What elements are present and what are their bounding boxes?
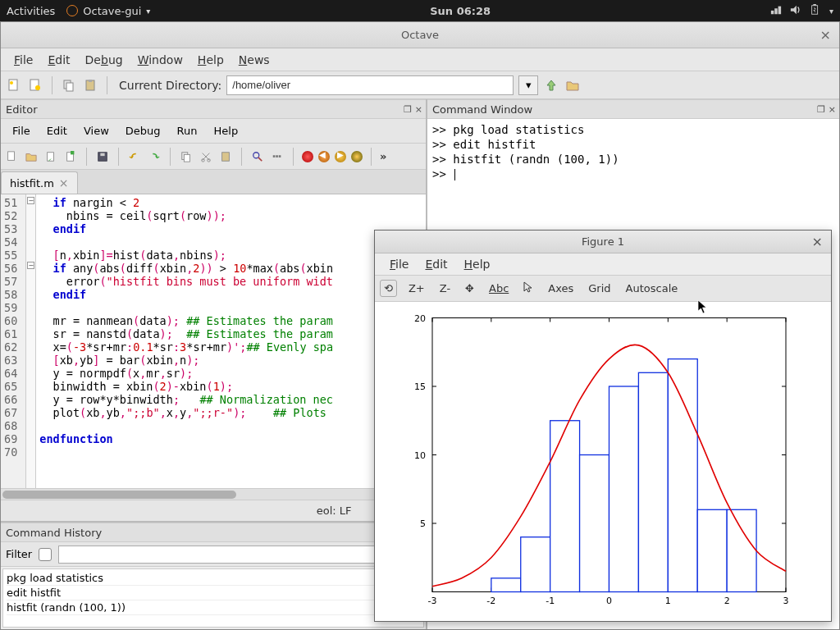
clock[interactable]: Sun 06:28 xyxy=(150,5,770,17)
app-menu[interactable]: Octave-gui ▾ xyxy=(66,5,150,17)
panel-close-icon[interactable]: × xyxy=(415,104,422,115)
panel-undock-icon[interactable]: ❐ xyxy=(404,104,412,115)
fold-box-51[interactable]: − xyxy=(27,197,34,204)
svg-rect-1 xyxy=(774,8,778,14)
line-gutter: 5152535455565758596061626364656667686970 xyxy=(1,194,26,488)
cut-icon[interactable] xyxy=(199,149,213,164)
axes-button[interactable]: Axes xyxy=(545,281,577,296)
copy2-icon[interactable] xyxy=(179,149,194,164)
rotate-icon[interactable]: ⟲ xyxy=(380,280,397,297)
figure-window[interactable]: Figure 1 × File Edit Help ⟲ Z+ Z- ✥ Abc … xyxy=(374,230,832,622)
menu-window[interactable]: Window xyxy=(131,50,189,70)
grid-button[interactable]: Grid xyxy=(585,281,614,296)
svg-text:-1: -1 xyxy=(546,596,555,606)
tab-close-icon[interactable]: × xyxy=(59,176,69,189)
current-dir-input[interactable] xyxy=(226,75,514,95)
edit-fn-icon[interactable] xyxy=(43,149,58,164)
editor-menu-help[interactable]: Help xyxy=(208,125,245,137)
octave-menubar: File Edit Debug Window Help News xyxy=(1,48,839,71)
new-func-icon[interactable] xyxy=(27,77,43,94)
browse-folder-icon[interactable] xyxy=(564,77,581,94)
octave-titlebar[interactable]: Octave × xyxy=(1,22,839,48)
open-file-icon[interactable] xyxy=(24,149,39,164)
history-list[interactable]: pkg load statistics edit histfit histfit… xyxy=(2,568,424,628)
editor-menu-run[interactable]: Run xyxy=(171,125,204,137)
close-icon[interactable]: × xyxy=(820,27,831,43)
zoom-out-button[interactable]: Z- xyxy=(436,281,454,296)
step-in-icon[interactable]: ▶ xyxy=(335,151,346,162)
new-script-icon[interactable] xyxy=(6,77,22,94)
redo-icon[interactable] xyxy=(147,149,162,164)
figure-title: Figure 1 xyxy=(582,235,624,248)
zoom-in-button[interactable]: Z+ xyxy=(405,281,428,296)
gnome-topbar: Activities Octave-gui ▾ Sun 06:28 ▾ xyxy=(0,0,840,21)
new-file-icon[interactable] xyxy=(4,149,19,164)
svg-rect-22 xyxy=(184,154,189,162)
dir-up-icon[interactable] xyxy=(543,77,559,94)
system-menu-icon[interactable]: ▾ xyxy=(829,7,833,16)
undo-icon[interactable] xyxy=(127,149,142,164)
editor-menu-view[interactable]: View xyxy=(77,125,116,137)
figure-close-icon[interactable]: × xyxy=(812,234,823,249)
breakpoint-icon[interactable] xyxy=(302,151,313,162)
volume-icon[interactable] xyxy=(790,4,801,18)
run-icon[interactable] xyxy=(270,149,285,164)
run-arrows-icon[interactable]: » xyxy=(380,150,386,162)
tab-histfit[interactable]: histfit.m × xyxy=(1,171,78,194)
menu-news[interactable]: News xyxy=(232,50,276,70)
figure-canvas[interactable]: 5101520-3-2-10123 xyxy=(375,302,831,621)
octave-toolbar: Current Directory: ▾ xyxy=(1,71,839,99)
svg-text:5: 5 xyxy=(420,518,426,529)
save-icon[interactable] xyxy=(95,149,110,164)
battery-icon[interactable] xyxy=(810,4,821,18)
text-tool-button[interactable]: Abc xyxy=(486,281,512,296)
menu-file[interactable]: File xyxy=(7,50,39,70)
network-icon[interactable] xyxy=(770,4,782,18)
svg-rect-25 xyxy=(222,152,230,161)
filter-checkbox[interactable] xyxy=(39,548,52,561)
cmdwin-title: Command Window ❐× xyxy=(427,99,839,119)
pan-icon[interactable]: ✥ xyxy=(462,281,477,296)
editor-menubar: File Edit View Debug Run Help xyxy=(1,119,426,144)
svg-rect-2 xyxy=(778,6,782,14)
code-text[interactable]: if nargin < 2 nbins = ceil(sqrt(row)); e… xyxy=(36,194,336,488)
copy-icon[interactable] xyxy=(61,77,77,94)
activities-button[interactable]: Activities xyxy=(7,5,55,17)
autoscale-button[interactable]: Autoscale xyxy=(623,281,682,296)
code-editor[interactable]: 5152535455565758596061626364656667686970… xyxy=(1,194,426,488)
paste2-icon[interactable] xyxy=(218,149,233,164)
history-item[interactable]: edit histfit xyxy=(7,586,420,600)
panel-close-icon[interactable]: × xyxy=(829,104,836,115)
figure-toolbar: ⟲ Z+ Z- ✥ Abc Axes Grid Autoscale xyxy=(375,276,831,302)
svg-rect-70 xyxy=(638,372,668,591)
fold-box-56[interactable]: − xyxy=(27,262,34,269)
menu-debug[interactable]: Debug xyxy=(79,50,130,70)
paste-icon[interactable] xyxy=(82,77,98,94)
edit-doc-icon[interactable] xyxy=(63,149,78,164)
editor-hscroll[interactable] xyxy=(1,488,426,500)
menu-help[interactable]: Help xyxy=(191,50,231,70)
editor-menu-edit[interactable]: Edit xyxy=(40,125,74,137)
svg-text:20: 20 xyxy=(414,313,426,324)
step-out-icon[interactable] xyxy=(351,151,363,162)
svg-rect-30 xyxy=(279,155,281,158)
step-icon[interactable]: ◀ xyxy=(318,151,330,162)
figure-titlebar[interactable]: Figure 1 × xyxy=(375,231,831,253)
fig-menu-file[interactable]: File xyxy=(383,256,415,272)
dir-dropdown-icon[interactable]: ▾ xyxy=(518,75,538,95)
editor-menu-file[interactable]: File xyxy=(6,125,37,137)
filter-input[interactable] xyxy=(58,546,421,564)
fig-menu-help[interactable]: Help xyxy=(458,256,497,272)
history-item[interactable]: pkg load statistics xyxy=(7,571,420,586)
history-item[interactable]: histfit (randn (100, 1)) xyxy=(7,600,420,615)
editor-menu-debug[interactable]: Debug xyxy=(119,125,167,137)
pointer-icon[interactable] xyxy=(520,280,536,297)
svg-text:15: 15 xyxy=(414,381,426,392)
editor-statusbar: eol: LF line: 49 xyxy=(1,500,426,521)
fig-menu-edit[interactable]: Edit xyxy=(418,256,454,272)
panel-undock-icon[interactable]: ❐ xyxy=(817,104,825,115)
text-cursor xyxy=(454,169,455,180)
menu-edit[interactable]: Edit xyxy=(41,50,76,70)
find-icon[interactable] xyxy=(250,149,265,164)
svg-rect-12 xyxy=(66,83,73,91)
